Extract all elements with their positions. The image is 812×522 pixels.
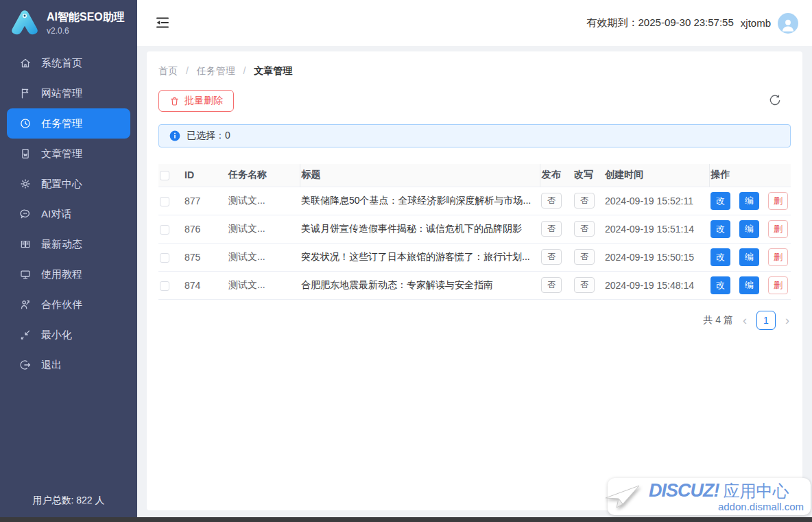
cell-task: 测试文... (227, 215, 300, 243)
sidebar-item-tasks[interactable]: 任务管理 (7, 108, 130, 139)
table-row: 874 测试文... 合肥肥东地震最新动态：专家解读与安全指南 否 否 2024… (158, 271, 791, 299)
row-checkbox[interactable] (160, 253, 169, 263)
delete-button[interactable]: 删 (768, 248, 788, 266)
delete-button[interactable]: 删 (768, 192, 788, 210)
cell-id: 877 (183, 187, 227, 215)
row-checkbox[interactable] (160, 225, 169, 235)
modify-button[interactable]: 改 (710, 220, 730, 238)
articles-table: ID 任务名称 标题 发布 改写 创建时间 操作 877 测试文... 美联储降… (158, 164, 791, 300)
edit-button[interactable]: 编 (739, 248, 759, 266)
modify-button[interactable]: 改 (710, 192, 730, 210)
monitor-icon (19, 268, 32, 281)
selection-alert: 已选择：0 (158, 124, 791, 147)
col-header-created: 创建时间 (604, 164, 709, 187)
modify-button[interactable]: 改 (710, 248, 730, 266)
sidebar-item-label: 配置中心 (41, 178, 82, 191)
delete-button[interactable]: 删 (768, 276, 788, 294)
publish-badge: 否 (541, 193, 562, 209)
batch-delete-label: 批量删除 (184, 95, 223, 107)
sidebar-item-config[interactable]: 配置中心 (0, 169, 137, 199)
sidebar-item-ai-chat[interactable]: AI对话 (0, 199, 137, 229)
minimize-icon (19, 329, 32, 341)
table-row: 876 测试文... 美诚月饼宣传造假事件揭秘：诚信危机下的品牌阴影 否 否 2… (158, 215, 791, 243)
paper-plane-icon (604, 482, 645, 512)
sidebar-collapse-button[interactable] (154, 14, 171, 32)
cell-id: 874 (183, 271, 227, 299)
sidebar-item-articles[interactable]: 文章管理 (0, 139, 137, 169)
table-row: 877 测试文... 美联储降息50个基点：全球经济影响深度解析与市场... 否… (158, 187, 791, 215)
refresh-button[interactable] (767, 93, 783, 108)
col-header-title: 标题 (300, 164, 540, 187)
watermark-brand: DISCUZ! (649, 480, 719, 501)
prev-page-button[interactable]: ‹ (741, 314, 748, 327)
rewrite-badge: 否 (574, 221, 595, 237)
sidebar-item-websites[interactable]: 网站管理 (0, 78, 137, 108)
info-icon (169, 130, 180, 141)
rewrite-badge: 否 (574, 193, 595, 209)
app-title: AI智能SEO助理 (47, 10, 125, 25)
cell-title: 突发状况！这些订了日本旅馆的游客慌了：旅行计划... (300, 243, 540, 271)
cell-task: 测试文... (227, 187, 300, 215)
rewrite-badge: 否 (574, 249, 595, 265)
topbar-account-area: 有效期到：2025-09-30 23:57:55 xjtomb (587, 13, 798, 34)
sidebar-item-label: 使用教程 (41, 268, 82, 281)
sidebar-item-label: 网站管理 (41, 87, 82, 100)
chat-icon (19, 208, 32, 220)
edit-button[interactable]: 编 (739, 192, 759, 210)
watermark-suffix: 应用中心 (724, 480, 789, 502)
sidebar-item-label: 系统首页 (41, 57, 82, 70)
batch-delete-button[interactable]: 批量删除 (158, 90, 234, 112)
row-checkbox[interactable] (160, 197, 169, 206)
sidebar-item-tutorial[interactable]: 使用教程 (0, 259, 137, 289)
gear-icon (19, 178, 32, 190)
select-all-checkbox[interactable] (160, 171, 169, 180)
modify-button[interactable]: 改 (710, 276, 730, 294)
cell-title: 美诚月饼宣传造假事件揭秘：诚信危机下的品牌阴影 (300, 215, 540, 243)
breadcrumb: 首页 / 任务管理 / 文章管理 (158, 65, 791, 78)
sidebar-item-home[interactable]: 系统首页 (0, 48, 137, 78)
breadcrumb-separator: / (186, 65, 189, 76)
trash-icon (169, 96, 180, 106)
sidebar-item-minimize[interactable]: 最小化 (0, 320, 137, 350)
logout-icon (19, 359, 32, 371)
pagination-total: 共 4 篇 (703, 314, 733, 327)
bottom-strip (0, 517, 812, 522)
content-card: 首页 / 任务管理 / 文章管理 批量删除 (147, 51, 802, 510)
avatar[interactable] (778, 13, 798, 34)
main-content: 首页 / 任务管理 / 文章管理 批量删除 (137, 46, 812, 522)
breadcrumb-home[interactable]: 首页 (158, 65, 178, 76)
sidebar-item-label: 文章管理 (41, 147, 82, 161)
sidebar-item-label: 最新动态 (41, 238, 82, 251)
toolbar: 批量删除 (158, 90, 791, 112)
discuz-watermark: DISCUZ! 应用中心 addon.dismall.com (608, 478, 811, 515)
publish-badge: 否 (541, 249, 562, 265)
delete-button[interactable]: 删 (768, 220, 788, 238)
cell-created: 2024-09-19 15:51:14 (604, 215, 709, 243)
clock-icon (19, 117, 32, 130)
cell-created: 2024-09-19 15:50:15 (604, 243, 709, 271)
cell-task: 测试文... (227, 243, 300, 271)
username-text: xjtomb (741, 17, 771, 29)
cell-created: 2024-09-19 15:52:11 (604, 187, 709, 215)
edit-button[interactable]: 编 (739, 276, 759, 294)
sidebar-item-news[interactable]: 最新动态 (0, 229, 137, 259)
breadcrumb-separator: / (243, 65, 246, 76)
edit-button[interactable]: 编 (739, 220, 759, 238)
col-header-ops: 操作 (709, 164, 791, 187)
sidebar-item-label: 退出 (41, 359, 62, 372)
sidebar-item-partners[interactable]: 合作伙伴 (0, 289, 137, 320)
publish-badge: 否 (541, 221, 562, 237)
col-header-publish: 发布 (540, 164, 573, 187)
table-row: 875 测试文... 突发状况！这些订了日本旅馆的游客慌了：旅行计划... 否 … (158, 243, 791, 271)
expiry-text: 有效期到：2025-09-30 23:57:55 (587, 16, 734, 29)
page-number[interactable]: 1 (756, 311, 776, 330)
sidebar: AI智能SEO助理 v2.0.6 系统首页 网站管理 任务管理 文章管理 配置中… (0, 0, 137, 522)
sidebar-item-label: 任务管理 (41, 117, 82, 130)
sidebar-item-logout[interactable]: 退出 (0, 350, 137, 380)
next-page-button[interactable]: › (784, 314, 791, 327)
cell-id: 875 (183, 243, 227, 271)
flag-icon (19, 87, 32, 99)
row-checkbox[interactable] (160, 281, 169, 291)
cell-id: 876 (183, 215, 227, 243)
breadcrumb-tasks[interactable]: 任务管理 (197, 65, 235, 76)
